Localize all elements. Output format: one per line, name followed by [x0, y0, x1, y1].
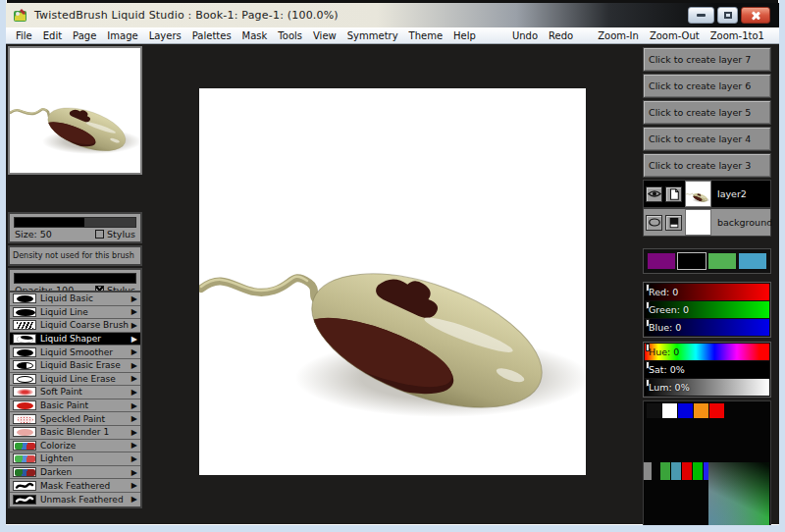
sat-slider[interactable]: Sat: 0%	[645, 361, 769, 378]
brush-item-liquid-smoother[interactable]: Liquid Smoother▶	[10, 346, 140, 359]
blue-slider[interactable]: Blue: 0	[645, 319, 769, 336]
layer-row-background[interactable]: background	[643, 208, 771, 237]
brush-item-speckled-paint[interactable]: Speckled Paint▶	[10, 412, 140, 426]
brush-expand-arrow-icon[interactable]: ▶	[131, 374, 137, 383]
picker-swatch[interactable]	[671, 462, 681, 480]
menu-page[interactable]: Page	[73, 30, 96, 41]
brush-item-basic-paint[interactable]: Basic Paint▶	[10, 399, 140, 413]
green-slider[interactable]: Green: 0	[645, 301, 769, 318]
menu-palettes[interactable]: Palettes	[192, 30, 232, 41]
brush-expand-arrow-icon[interactable]: ▶	[131, 428, 137, 437]
brush-expand-arrow-icon[interactable]: ▶	[131, 294, 137, 303]
menu-zoom-out[interactable]: Zoom-Out	[650, 30, 700, 41]
eye-closed-icon	[648, 217, 661, 228]
picker-swatch[interactable]	[693, 462, 703, 480]
color-gradient-picker[interactable]	[708, 462, 769, 525]
picker-swatch[interactable]	[644, 462, 652, 480]
close-icon	[751, 11, 760, 21]
menu-image[interactable]: Image	[107, 30, 137, 41]
brush-expand-arrow-icon[interactable]: ▶	[131, 401, 137, 410]
layer-row-layer2[interactable]: layer2	[643, 180, 771, 208]
brush-item-liquid-line[interactable]: Liquid Line▶	[10, 306, 140, 320]
color-swatch[interactable]	[707, 252, 737, 270]
brush-expand-arrow-icon[interactable]: ▶	[131, 468, 137, 477]
menu-zoom-in[interactable]: Zoom-In	[598, 30, 639, 41]
picker-swatch[interactable]	[647, 403, 661, 418]
create-layer-button-7[interactable]: Click to create layer 7	[643, 47, 771, 72]
picker-swatch[interactable]	[678, 403, 693, 418]
menu-zoom-1to1[interactable]: Zoom-1to1	[710, 30, 764, 41]
brush-item-basic-blender-1[interactable]: Basic Blender 1▶	[10, 426, 140, 440]
menu-mask[interactable]: Mask	[242, 30, 268, 41]
page-thumbnail[interactable]	[8, 46, 142, 175]
app-logo-icon	[13, 8, 28, 24]
brush-item-unmask-feathered[interactable]: Unmask Feathered▶	[10, 493, 140, 506]
recent-color-swatches	[643, 248, 771, 274]
picker-swatch[interactable]	[660, 462, 670, 480]
layer-options-button[interactable]	[665, 186, 682, 202]
brush-expand-arrow-icon[interactable]: ▶	[131, 414, 137, 423]
create-layer-button-6[interactable]: Click to create layer 6	[643, 74, 771, 98]
checkbox-icon	[95, 230, 104, 239]
color-picker-area[interactable]	[643, 400, 771, 526]
color-swatch[interactable]	[677, 252, 706, 270]
brush-expand-arrow-icon[interactable]: ▶	[131, 388, 137, 397]
red-slider[interactable]: Red: 0	[645, 284, 769, 300]
picker-basic-swatches	[647, 403, 724, 418]
picker-swatch[interactable]	[694, 403, 708, 418]
brush-expand-arrow-icon[interactable]: ▶	[131, 495, 137, 504]
red-slider-label: Red: 0	[649, 287, 678, 297]
size-slider[interactable]	[14, 217, 136, 228]
canvas-page[interactable]	[199, 88, 586, 475]
menu-file[interactable]: File	[16, 30, 32, 41]
layer-visibility-button[interactable]	[646, 186, 662, 202]
brush-item-liquid-coarse-brush[interactable]: Liquid Coarse Brush▶	[10, 319, 140, 333]
green-slider-label: Green: 0	[649, 304, 689, 315]
layer-options-button[interactable]	[665, 215, 682, 231]
brush-expand-arrow-icon[interactable]: ▶	[131, 307, 137, 316]
maximize-button[interactable]	[717, 7, 738, 24]
size-stylus-checkbox[interactable]: Stylus	[95, 229, 135, 239]
color-swatch[interactable]	[738, 252, 767, 270]
brush-expand-arrow-icon[interactable]: ▶	[131, 347, 137, 356]
brush-item-lighten[interactable]: Lighten▶	[10, 452, 140, 466]
brush-expand-arrow-icon[interactable]: ▶	[131, 335, 137, 344]
blob-black-icon	[13, 347, 36, 357]
picker-swatch[interactable]	[682, 462, 692, 480]
menu-tools[interactable]: Tools	[278, 30, 302, 41]
create-layer-button-3[interactable]: Click to create layer 3	[643, 153, 771, 178]
menu-symmetry[interactable]: Symmetry	[347, 30, 398, 41]
create-layer-button-4[interactable]: Click to create layer 4	[643, 127, 771, 151]
brush-expand-arrow-icon[interactable]: ▶	[131, 321, 137, 330]
picker-swatch[interactable]	[662, 403, 677, 418]
brush-expand-arrow-icon[interactable]: ▶	[131, 481, 137, 490]
color-swatch[interactable]	[647, 252, 676, 270]
brush-item-mask-feathered[interactable]: Mask Feathered▶	[10, 479, 140, 493]
brush-expand-arrow-icon[interactable]: ▶	[131, 441, 137, 450]
brush-item-darken[interactable]: Darken▶	[10, 466, 140, 480]
brush-expand-arrow-icon[interactable]: ▶	[131, 361, 137, 370]
layer-visibility-button[interactable]	[646, 215, 662, 231]
opacity-slider[interactable]	[14, 273, 136, 284]
lum-slider[interactable]: Lum: 0%	[645, 379, 769, 396]
menu-help[interactable]: Help	[453, 30, 476, 41]
brush-expand-arrow-icon[interactable]: ▶	[131, 454, 137, 463]
brush-label: Basic Paint	[40, 400, 88, 410]
menu-undo[interactable]: Undo	[512, 30, 538, 41]
menu-redo[interactable]: Redo	[549, 30, 573, 41]
menu-view[interactable]: View	[313, 30, 337, 41]
create-layer-button-5[interactable]: Click to create layer 5	[643, 100, 771, 125]
brush-item-liquid-shaper[interactable]: Liquid Shaper▶	[10, 333, 140, 346]
menu-theme[interactable]: Theme	[409, 30, 444, 41]
hue-slider[interactable]: Hue: 0	[645, 344, 769, 360]
brush-item-liquid-basic-erase[interactable]: Liquid Basic Erase▶	[10, 359, 140, 373]
brush-item-colorize[interactable]: Colorize▶	[10, 440, 140, 453]
close-button[interactable]	[741, 7, 770, 24]
brush-item-soft-paint[interactable]: Soft Paint▶	[10, 386, 140, 399]
minimize-button[interactable]	[688, 7, 714, 24]
picker-swatch[interactable]	[709, 403, 724, 418]
brush-item-liquid-line-erase[interactable]: Liquid Line Erase▶	[10, 373, 140, 387]
menu-layers[interactable]: Layers	[149, 30, 182, 41]
menu-edit[interactable]: Edit	[43, 30, 62, 41]
brush-item-liquid-basic[interactable]: Liquid Basic▶	[10, 293, 140, 306]
